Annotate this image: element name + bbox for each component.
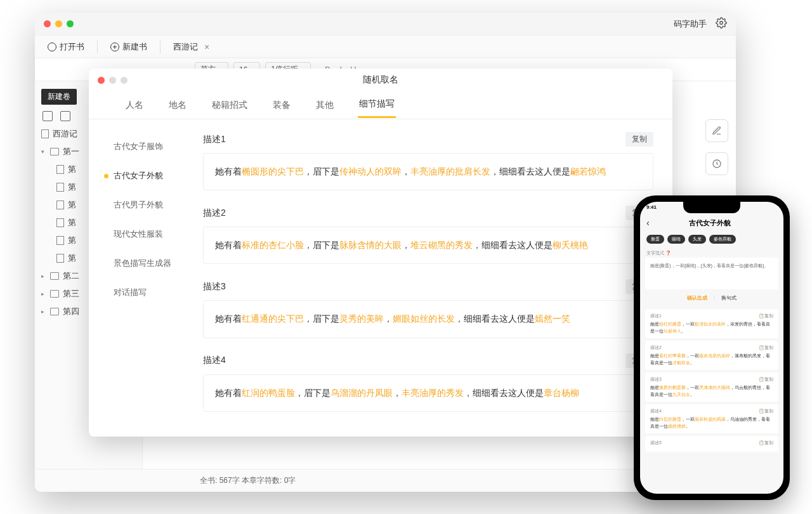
history-tool-button[interactable] — [705, 152, 728, 175]
new-book-button[interactable]: 新建书 — [105, 39, 152, 55]
status-time: 9:41 — [646, 204, 657, 210]
copy-button[interactable]: 📋复制 — [759, 376, 773, 383]
phone-title: 古代女子外貌 — [689, 218, 731, 228]
chevron-right-icon: ▸ — [41, 291, 46, 297]
copy-button[interactable]: 📋复制 — [759, 440, 773, 446]
chapter-label: 第 — [68, 181, 76, 193]
generate-button[interactable]: 确认生成 — [687, 294, 707, 301]
edit-tool-button[interactable] — [705, 119, 728, 142]
svg-point-0 — [720, 22, 723, 25]
template-box[interactable]: 她是{脸蛋}，一双{眼睛}，{头发}，看看真是一位{姿色容貌}。 — [645, 258, 778, 289]
tab-detail[interactable]: 细节描写 — [358, 92, 396, 118]
chip-look[interactable]: 姿色容貌 — [709, 235, 736, 244]
description-block-4: 描述4复制 她有着红润的鸭蛋脸，眉下是乌溜溜的丹凤眼，丰亮油厚的秀发，细细看去这… — [203, 353, 653, 412]
settings-icon[interactable] — [716, 17, 727, 30]
phone-mockup: 9:41 ‹ 古代女子外貌 脸蛋 眼睛 头发 姿色容貌 文字范式 ❓ 她是{脸蛋… — [634, 195, 790, 500]
pcard-title: 描述2 — [650, 345, 662, 351]
side-item-label: 对话描写 — [114, 287, 147, 298]
phone-card-3: 描述3📋复制 她是微胖的鹅蛋脸，一双黑漆漆的大眼睛，乌云般的青丝，看看真是一位九… — [645, 372, 778, 402]
minimize-icon[interactable] — [55, 20, 62, 27]
copy-button[interactable]: 📋复制 — [759, 313, 773, 319]
file-toolbar: 打开书 新建书 西游记 × — [35, 36, 736, 58]
chapter-label: 第 — [68, 253, 76, 264]
chip-hair[interactable]: 头发 — [688, 235, 706, 244]
folder-icon — [50, 148, 59, 155]
book-label: 西游记 — [53, 128, 77, 140]
side-item-label: 古代女子外貌 — [114, 170, 163, 181]
desc-title: 描述1 — [203, 134, 226, 145]
copy-button[interactable]: 📋复制 — [759, 408, 773, 414]
notch — [683, 202, 740, 213]
folder-icon — [50, 308, 59, 315]
archive-icon[interactable] — [60, 111, 70, 121]
side-item-dialogue[interactable]: 对话描写 — [104, 278, 197, 307]
tab-person-name[interactable]: 人名 — [124, 93, 145, 117]
folder-icon — [50, 290, 59, 298]
new-volume-button[interactable]: 新建卷 — [41, 89, 77, 105]
open-book-button[interactable]: 打开书 — [43, 39, 89, 55]
tab-place-name[interactable]: 地名 — [167, 93, 188, 117]
doc-icon — [56, 236, 64, 245]
add-icon[interactable] — [43, 111, 53, 121]
close-icon[interactable] — [44, 20, 51, 27]
tab-equipment[interactable]: 装备 — [272, 93, 292, 117]
active-dot-icon — [104, 174, 108, 178]
tab-skill-name[interactable]: 秘籍招式 — [211, 93, 249, 117]
side-item-modern-female-dress[interactable]: 现代女性服装 — [104, 220, 197, 249]
side-item-label: 现代女性服装 — [114, 228, 163, 240]
phone-screen: 9:41 ‹ 古代女子外貌 脸蛋 眼睛 头发 姿色容貌 文字范式 ❓ 她是{脸蛋… — [640, 202, 783, 494]
side-item-ancient-female-look[interactable]: 古代女子外貌 — [104, 161, 197, 190]
divider — [97, 41, 98, 53]
volume-label: 第三 — [63, 288, 79, 300]
phone-card-4: 描述4📋复制 她是白皙的脸蛋，一双眼若秋波的凤眼，乌油油的秀发，看看真是一位嫣然… — [645, 404, 778, 433]
folder-icon — [50, 272, 59, 280]
side-item-label: 景色描写生成器 — [114, 258, 171, 269]
volume-label: 第二 — [63, 270, 79, 282]
volume-label: 第一 — [63, 146, 79, 157]
pcard-title: 描述1 — [650, 313, 662, 319]
chapter-label: 第 — [68, 199, 76, 211]
random-name-modal: 随机取名 人名 地名 秘籍招式 装备 其他 细节描写 古代女子服饰 古代女子外貌… — [89, 69, 672, 437]
doc-icon — [56, 254, 64, 263]
chevron-right-icon: ▸ — [41, 273, 46, 279]
modal-window-controls — [98, 77, 128, 84]
document-tab[interactable]: 西游记 × — [168, 41, 214, 53]
book-icon — [41, 129, 49, 138]
phone-card-5: 描述5📋复制 — [645, 436, 778, 452]
window-controls — [44, 20, 74, 27]
chapter-label: 第 — [68, 217, 76, 228]
maximize-icon[interactable] — [67, 20, 74, 27]
modal-title: 随机取名 — [89, 74, 672, 86]
switch-button[interactable]: 换句式 — [721, 294, 737, 301]
minimize-icon — [109, 77, 116, 84]
doc-icon — [56, 165, 64, 174]
open-book-label: 打开书 — [60, 41, 84, 53]
phone-card-1: 描述1📋复制 她是粉红的脸蛋，一双黯清似水的美眸，浓发的青丝，看看真是一位垃射神… — [645, 309, 778, 338]
copy-button[interactable]: 📋复制 — [759, 345, 773, 351]
side-item-ancient-male-look[interactable]: 古代男子外貌 — [104, 190, 197, 220]
titlebar: 码字助手 — [35, 13, 736, 36]
chapter-label: 第 — [68, 164, 76, 175]
side-item-label: 古代男子外貌 — [114, 199, 163, 211]
tab-other[interactable]: 其他 — [315, 93, 335, 117]
new-book-label: 新建书 — [122, 41, 147, 53]
doc-icon — [56, 183, 64, 192]
back-icon[interactable]: ‹ — [646, 218, 650, 228]
close-icon[interactable] — [98, 77, 105, 84]
pcard-title: 描述3 — [650, 376, 662, 383]
copy-button[interactable]: 复制 — [625, 132, 653, 147]
side-item-scenery-generator[interactable]: 景色描写生成器 — [104, 249, 197, 278]
assistant-link[interactable]: 码字助手 — [674, 18, 707, 30]
chip-row: 脸蛋 眼睛 头发 姿色容貌 — [640, 231, 783, 247]
pcard-title: 描述4 — [650, 408, 662, 414]
close-tab-icon[interactable]: × — [204, 42, 209, 52]
desc-card: 她有着椭圆形的尖下巴，眉下是传神动人的双眸，丰亮油厚的批肩长发，细细看去这人便是… — [203, 153, 653, 190]
plus-icon — [110, 43, 119, 51]
volume-label: 第四 — [63, 306, 79, 317]
modal-tabs: 人名 地名 秘籍招式 装备 其他 细节描写 — [89, 91, 672, 119]
doc-icon — [56, 218, 64, 227]
chip-face[interactable]: 脸蛋 — [646, 235, 664, 244]
chip-eyes[interactable]: 眼睛 — [667, 235, 685, 244]
side-item-ancient-female-dress[interactable]: 古代女子服饰 — [104, 132, 197, 161]
open-icon — [48, 43, 56, 51]
